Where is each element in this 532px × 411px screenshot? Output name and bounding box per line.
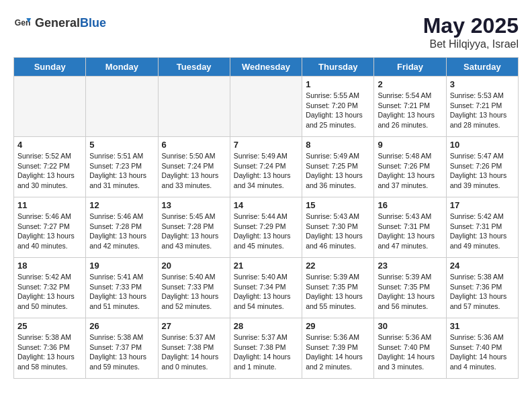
day-number: 23 [378,261,442,271]
day-info: Sunrise: 5:49 AMSunset: 7:24 PMDaylight:… [234,151,298,191]
day-number: 17 [450,200,515,210]
day-info: Sunrise: 5:40 AMSunset: 7:34 PMDaylight:… [234,272,298,312]
calendar-cell: 14Sunrise: 5:44 AMSunset: 7:29 PMDayligh… [230,197,302,258]
weekday-header-cell: Friday [374,58,446,77]
day-info: Sunrise: 5:52 AMSunset: 7:22 PMDaylight:… [17,151,82,191]
calendar-cell: 26Sunrise: 5:38 AMSunset: 7:37 PMDayligh… [86,318,158,379]
calendar-cell: 8Sunrise: 5:49 AMSunset: 7:25 PMDaylight… [302,137,374,197]
day-info: Sunrise: 5:47 AMSunset: 7:26 PMDaylight:… [450,151,515,191]
day-info: Sunrise: 5:43 AMSunset: 7:30 PMDaylight:… [306,212,370,251]
day-number: 26 [89,321,154,331]
day-info: Sunrise: 5:54 AMSunset: 7:21 PMDaylight:… [378,91,442,130]
calendar-week-row: 1Sunrise: 5:55 AMSunset: 7:20 PMDaylight… [14,77,519,137]
day-number: 15 [306,200,370,210]
logo-text-blue: Blue [80,16,106,30]
calendar-cell: 15Sunrise: 5:43 AMSunset: 7:30 PMDayligh… [302,197,374,258]
calendar-cell: 7Sunrise: 5:49 AMSunset: 7:24 PMDaylight… [230,137,302,197]
day-number: 31 [450,321,515,331]
day-info: Sunrise: 5:36 AMSunset: 7:39 PMDaylight:… [306,332,370,372]
day-number: 12 [89,200,154,210]
day-number: 21 [234,261,298,271]
calendar-cell: 11Sunrise: 5:46 AMSunset: 7:27 PMDayligh… [14,197,86,258]
calendar-cell: 4Sunrise: 5:52 AMSunset: 7:22 PMDaylight… [14,137,86,197]
calendar-week-row: 18Sunrise: 5:42 AMSunset: 7:32 PMDayligh… [14,258,519,318]
day-number: 13 [162,200,226,210]
day-info: Sunrise: 5:53 AMSunset: 7:21 PMDaylight:… [450,91,515,130]
calendar-week-row: 25Sunrise: 5:38 AMSunset: 7:36 PMDayligh… [14,318,519,379]
calendar-cell: 30Sunrise: 5:36 AMSunset: 7:40 PMDayligh… [374,318,446,379]
day-number: 10 [450,140,515,150]
page-header: Gen GeneralBlue May 2025 Bet Hilqiyya, I… [13,13,519,50]
day-info: Sunrise: 5:38 AMSunset: 7:36 PMDaylight:… [17,332,82,372]
calendar-week-row: 4Sunrise: 5:52 AMSunset: 7:22 PMDaylight… [14,137,519,197]
logo: Gen GeneralBlue [13,13,106,32]
day-number: 25 [17,321,82,331]
day-info: Sunrise: 5:39 AMSunset: 7:35 PMDaylight:… [378,272,442,312]
weekday-header-cell: Tuesday [158,58,230,77]
day-info: Sunrise: 5:43 AMSunset: 7:31 PMDaylight:… [378,212,442,251]
calendar-cell [158,77,230,137]
weekday-header-cell: Saturday [446,58,518,77]
day-number: 3 [450,79,515,89]
day-number: 18 [17,261,82,271]
calendar-cell: 13Sunrise: 5:45 AMSunset: 7:28 PMDayligh… [158,197,230,258]
day-number: 29 [306,321,370,331]
day-number: 28 [234,321,298,331]
day-number: 27 [162,321,226,331]
logo-icon: Gen [13,13,32,32]
subtitle: Bet Hilqiyya, Israel [423,38,519,50]
day-info: Sunrise: 5:38 AMSunset: 7:36 PMDaylight:… [450,272,515,312]
day-info: Sunrise: 5:36 AMSunset: 7:40 PMDaylight:… [450,332,515,372]
calendar-cell: 16Sunrise: 5:43 AMSunset: 7:31 PMDayligh… [374,197,446,258]
day-info: Sunrise: 5:45 AMSunset: 7:28 PMDaylight:… [162,212,226,251]
calendar-week-row: 11Sunrise: 5:46 AMSunset: 7:27 PMDayligh… [14,197,519,258]
calendar-table: SundayMondayTuesdayWednesdayThursdayFrid… [13,57,519,379]
day-number: 5 [89,140,154,150]
calendar-cell [230,77,302,137]
day-number: 11 [17,200,82,210]
calendar-cell: 6Sunrise: 5:50 AMSunset: 7:24 PMDaylight… [158,137,230,197]
day-info: Sunrise: 5:36 AMSunset: 7:40 PMDaylight:… [378,332,442,372]
day-number: 4 [17,140,82,150]
calendar-cell: 3Sunrise: 5:53 AMSunset: 7:21 PMDaylight… [446,77,518,137]
calendar-cell: 23Sunrise: 5:39 AMSunset: 7:35 PMDayligh… [374,258,446,318]
day-number: 6 [162,140,226,150]
calendar-cell: 21Sunrise: 5:40 AMSunset: 7:34 PMDayligh… [230,258,302,318]
weekday-header-cell: Thursday [302,58,374,77]
day-number: 24 [450,261,515,271]
calendar-cell: 22Sunrise: 5:39 AMSunset: 7:35 PMDayligh… [302,258,374,318]
logo-text-general: General [35,16,80,30]
day-info: Sunrise: 5:51 AMSunset: 7:23 PMDaylight:… [89,151,154,191]
calendar-cell [86,77,158,137]
day-number: 20 [162,261,226,271]
weekday-header-row: SundayMondayTuesdayWednesdayThursdayFrid… [14,58,519,77]
day-info: Sunrise: 5:38 AMSunset: 7:37 PMDaylight:… [89,332,154,372]
day-number: 30 [378,321,442,331]
day-number: 1 [306,79,370,89]
day-info: Sunrise: 5:42 AMSunset: 7:32 PMDaylight:… [17,272,82,312]
calendar-cell: 27Sunrise: 5:37 AMSunset: 7:38 PMDayligh… [158,318,230,379]
weekday-header-cell: Monday [86,58,158,77]
day-number: 8 [306,140,370,150]
day-info: Sunrise: 5:37 AMSunset: 7:38 PMDaylight:… [234,332,298,372]
day-info: Sunrise: 5:44 AMSunset: 7:29 PMDaylight:… [234,212,298,251]
calendar-body: 1Sunrise: 5:55 AMSunset: 7:20 PMDaylight… [14,77,519,379]
calendar-cell: 25Sunrise: 5:38 AMSunset: 7:36 PMDayligh… [14,318,86,379]
day-info: Sunrise: 5:42 AMSunset: 7:31 PMDaylight:… [450,212,515,251]
calendar-cell: 5Sunrise: 5:51 AMSunset: 7:23 PMDaylight… [86,137,158,197]
day-info: Sunrise: 5:48 AMSunset: 7:26 PMDaylight:… [378,151,442,191]
day-info: Sunrise: 5:49 AMSunset: 7:25 PMDaylight:… [306,151,370,191]
calendar-cell: 24Sunrise: 5:38 AMSunset: 7:36 PMDayligh… [446,258,518,318]
calendar-cell: 1Sunrise: 5:55 AMSunset: 7:20 PMDaylight… [302,77,374,137]
calendar-cell: 9Sunrise: 5:48 AMSunset: 7:26 PMDaylight… [374,137,446,197]
day-info: Sunrise: 5:46 AMSunset: 7:27 PMDaylight:… [17,212,82,251]
title-block: May 2025 Bet Hilqiyya, Israel [423,13,519,50]
day-number: 2 [378,79,442,89]
day-number: 9 [378,140,442,150]
calendar-cell: 28Sunrise: 5:37 AMSunset: 7:38 PMDayligh… [230,318,302,379]
calendar-cell: 29Sunrise: 5:36 AMSunset: 7:39 PMDayligh… [302,318,374,379]
calendar-cell: 31Sunrise: 5:36 AMSunset: 7:40 PMDayligh… [446,318,518,379]
day-info: Sunrise: 5:39 AMSunset: 7:35 PMDaylight:… [306,272,370,312]
calendar-cell [14,77,86,137]
calendar-cell: 10Sunrise: 5:47 AMSunset: 7:26 PMDayligh… [446,137,518,197]
